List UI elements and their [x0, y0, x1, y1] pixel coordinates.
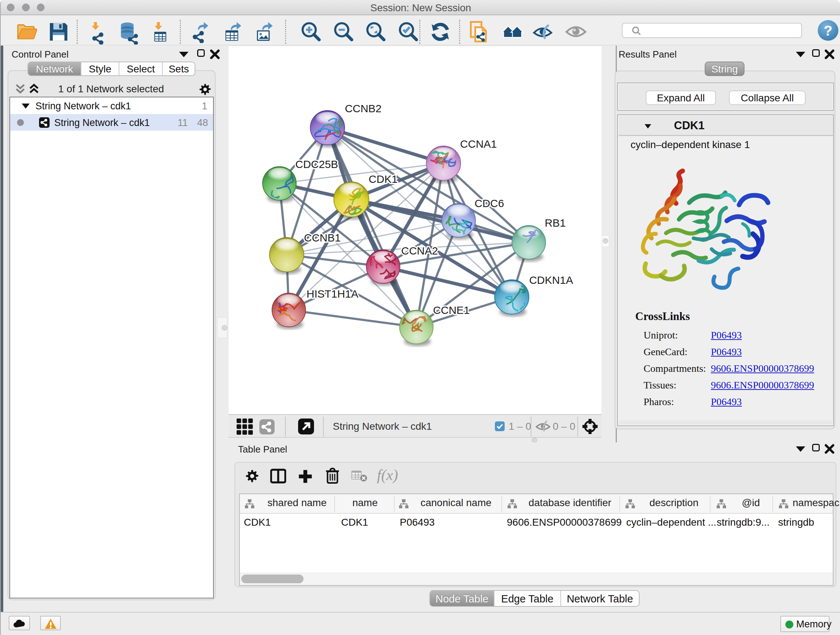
- svg-text:CCNE1: CCNE1: [433, 304, 470, 316]
- svg-text:CDK1: CDK1: [369, 173, 398, 185]
- svg-text:CCNB2: CCNB2: [345, 103, 382, 114]
- svg-text:CCNA2: CCNA2: [401, 245, 438, 257]
- svg-text:CDKN1A: CDKN1A: [529, 274, 573, 286]
- svg-text:CCNA1: CCNA1: [460, 138, 497, 150]
- svg-text:RB1: RB1: [545, 217, 566, 229]
- svg-text:CDC6: CDC6: [475, 197, 504, 209]
- svg-text:?: ?: [824, 23, 832, 38]
- svg-text:CCNB1: CCNB1: [304, 232, 341, 244]
- svg-text:HIST1H1A: HIST1H1A: [306, 288, 358, 300]
- svg-text:CDC25B: CDC25B: [295, 158, 338, 170]
